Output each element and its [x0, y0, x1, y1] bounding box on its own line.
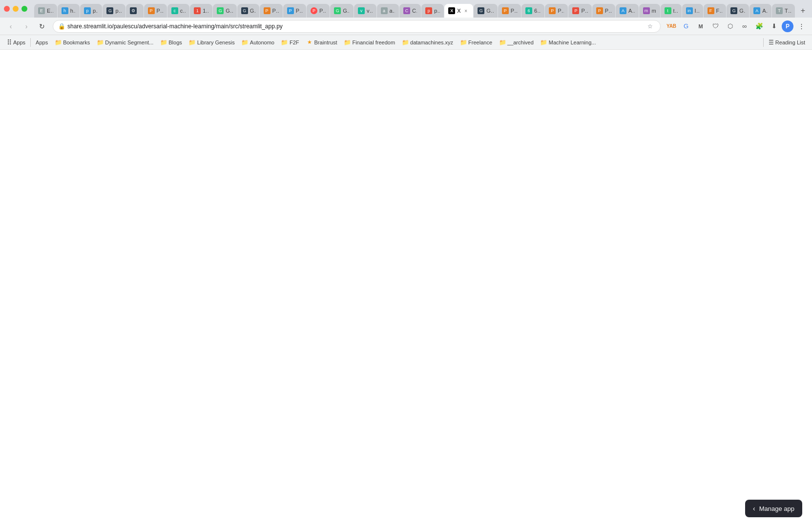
bookmark-financial-freedom[interactable]: 📁Financial freedom [341, 38, 398, 47]
tab-ac[interactable]: AAc [616, 4, 639, 18]
bookmark-archived[interactable]: 📁__archived [496, 38, 537, 47]
tab-pe2[interactable]: PPe [260, 4, 283, 18]
minimize-button[interactable] [13, 6, 19, 12]
tab-title-th2: Th [785, 8, 791, 14]
tab-pa1[interactable]: ppa [421, 4, 444, 18]
tab-favicon-as: a [381, 7, 388, 14]
bookmark-dynamic-segment[interactable]: 📁Dynamic Segment... [94, 38, 156, 47]
tab-pe1[interactable]: PPe [144, 4, 167, 18]
bookmark-datamachines[interactable]: 📁datamachines.xyz [399, 38, 456, 47]
nav-right-actions: YAB G M 🛡 ⬡ ∞ 🧩 ⬇ P ⋮ [665, 20, 808, 33]
manage-app-button[interactable]: ‹ Manage app [745, 500, 802, 517]
tab-favicon-pe2: P [264, 7, 271, 14]
bookmark-apps[interactable]: Apps [33, 39, 51, 46]
infinity-extension[interactable]: ∞ [738, 20, 751, 33]
tab-bar: EEchhcppyGpu⚙PPecco111GGoGGiPPePPePPaGGs… [34, 0, 795, 18]
bookmark-icon: ★ [306, 39, 313, 46]
bookmark-label-autonomo: Autonomo [250, 40, 274, 45]
m-extension[interactable]: M [694, 20, 708, 33]
tab-title-pe2: Pe [272, 8, 279, 14]
tab-x[interactable]: XX× [444, 4, 473, 18]
tab-title-ar: Ar [762, 8, 768, 14]
tab-ve[interactable]: vve [354, 4, 376, 18]
address-bar[interactable]: 🔒 share.streamlit.io/paulescu/adversaria… [53, 20, 661, 33]
tab-title-11: 11 [203, 8, 208, 14]
menu-button[interactable]: ⋮ [794, 20, 808, 33]
bookmark-freelance[interactable]: 📁Freelance [457, 38, 495, 47]
tab-hc[interactable]: hhc [58, 4, 80, 18]
download-icon[interactable]: ⬇ [767, 20, 781, 33]
tab-py[interactable]: ppy [80, 4, 102, 18]
tab-pe8[interactable]: PPe [592, 4, 615, 18]
tab-close-x[interactable]: × [462, 7, 469, 14]
folder-icon: 📁 [402, 39, 409, 46]
tab-mg[interactable]: mm [639, 4, 660, 18]
bookmark-autonomo[interactable]: 📁Autonomo [239, 38, 277, 47]
close-button[interactable] [4, 6, 10, 12]
bookmark-label-machine-learning: Machine Learning... [549, 40, 596, 45]
bookmark-f2f[interactable]: 📁F2F [278, 38, 302, 47]
yab-extension[interactable]: YAB [665, 20, 678, 33]
tab-favicon-pe3: P [287, 7, 294, 14]
tab-ec[interactable]: EEc [34, 4, 57, 18]
tab-th[interactable]: tth [661, 4, 682, 18]
tab-ar[interactable]: AAr [750, 4, 771, 18]
bookmark-button[interactable]: ☆ [645, 21, 655, 32]
tab-favicon-gh3: G [478, 7, 484, 14]
tab-gi[interactable]: GGi [237, 4, 259, 18]
shield-extension[interactable]: 🛡 [708, 20, 722, 33]
reload-button[interactable]: ↻ [35, 20, 49, 33]
bookmark-machine-learning[interactable]: 📁Machine Learning... [538, 38, 599, 47]
tab-pe4[interactable]: PPa [307, 4, 330, 18]
bookmark-label-dynamic-segment: Dynamic Segment... [105, 40, 153, 45]
back-button[interactable]: ‹ [4, 20, 18, 33]
google-extension[interactable]: G [679, 20, 693, 33]
bookmark-blogs[interactable]: 📁Blogs [157, 38, 185, 47]
tab-11[interactable]: 111 [190, 4, 212, 18]
tab-title-gh1: pu [115, 8, 121, 14]
tab-be[interactable]: 66E [521, 4, 544, 18]
profile-button[interactable]: P [782, 20, 793, 32]
tab-th2[interactable]: TTh [772, 4, 795, 18]
tab-gh3[interactable]: GGh [474, 4, 497, 18]
tab-favicon-pa1: p [425, 7, 432, 14]
tab-favicon-pe6: P [549, 7, 556, 14]
tab-favicon-th: t [665, 7, 671, 14]
tab-gr[interactable]: GGr [727, 4, 749, 18]
tab-pe5[interactable]: PPe [498, 4, 521, 18]
tab-go[interactable]: GGo [213, 4, 236, 18]
manage-app-chevron-icon: ‹ [753, 505, 755, 512]
bookmark-braintrust[interactable]: ★Braintrust [303, 38, 340, 47]
bookmark-library-genesis[interactable]: 📁Library Genesis [186, 38, 238, 47]
maximize-button[interactable] [21, 6, 27, 12]
puzzle-icon[interactable]: 🧩 [752, 20, 766, 33]
bookmark-bookmarks[interactable]: 📁Bookmarks [52, 38, 93, 47]
tab-title-ac: Ac [628, 8, 635, 14]
tab-pe6[interactable]: PPe [545, 4, 568, 18]
reading-list-button[interactable]: ☰Reading List [766, 38, 808, 47]
tab-cl[interactable]: CCl [399, 4, 421, 18]
bookmark-label-f2f: F2F [290, 40, 299, 45]
tab-favicon-pe7: P [572, 7, 579, 14]
reading-list-label: Reading List [775, 40, 805, 45]
forward-button[interactable]: › [20, 20, 33, 33]
tab-gh1[interactable]: Gpu [103, 4, 125, 18]
tab-pe7[interactable]: PPe [568, 4, 591, 18]
tab-title-hc: hc [70, 8, 76, 14]
tab-co[interactable]: cco [167, 4, 189, 18]
bookmarks-apps-button[interactable]: ⠿Apps [4, 38, 28, 47]
tab-li[interactable]: inIn [682, 4, 703, 18]
folder-icon: 📁 [460, 39, 467, 46]
address-actions: ☆ [645, 21, 655, 32]
tab-gs[interactable]: GGs [330, 4, 354, 18]
tab-pe3[interactable]: PPe [283, 4, 306, 18]
tab-gh2[interactable]: ⚙ [126, 4, 144, 18]
tab-fe[interactable]: FFe [704, 4, 727, 18]
hex-extension[interactable]: ⬡ [723, 20, 737, 33]
tab-favicon-gr: G [730, 7, 737, 14]
tab-title-cl: Cl [412, 8, 417, 14]
new-tab-button[interactable]: + [798, 6, 808, 15]
tab-favicon-fe: F [708, 7, 714, 14]
tab-as[interactable]: aas [377, 4, 399, 18]
tab-favicon-hc: h [62, 7, 68, 14]
